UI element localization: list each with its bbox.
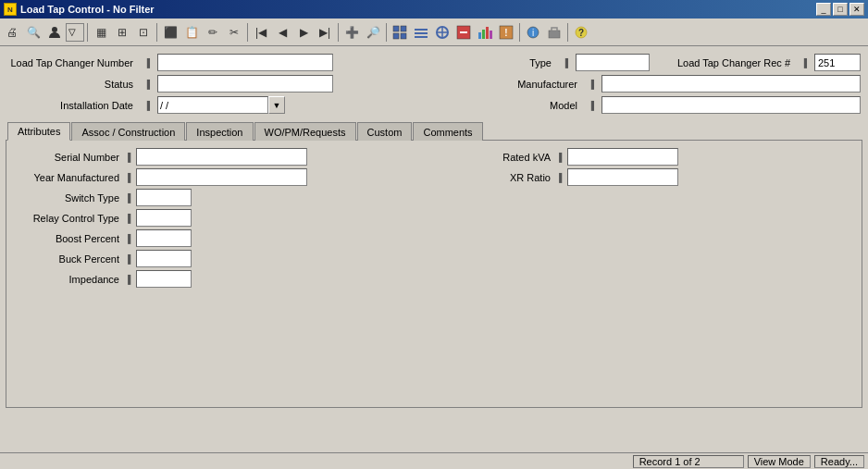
manufacturer-label: Manufacturer — [489, 79, 581, 90]
s6-button[interactable]: ! — [496, 22, 516, 43]
close-button[interactable]: ✕ — [849, 3, 864, 16]
svg-point-0 — [52, 27, 57, 32]
toolbar: 🖨 🔍 ▽ ▦ ⊞ ⊡ ⬛ 📋 ✏ ✂ |◀ ◀ ▶ ▶| ➕ 🔎 ! i ? — [0, 19, 868, 46]
boost-percent-input[interactable] — [136, 229, 192, 247]
s1-button[interactable] — [390, 22, 410, 43]
status-lock-icon: ▐ — [143, 78, 152, 91]
s8-button[interactable] — [544, 22, 564, 43]
sep1 — [87, 23, 88, 42]
minimize-button[interactable]: _ — [816, 3, 831, 16]
help-button[interactable]: ? — [571, 22, 591, 43]
xr-ratio-label: XR Ratio — [443, 172, 554, 183]
serial-number-input[interactable] — [136, 148, 307, 166]
nav-last-button[interactable]: ▶| — [315, 22, 335, 43]
scissors-button[interactable]: ✂ — [224, 22, 244, 43]
relay-control-type-label: Relay Control Type — [12, 213, 123, 224]
s4-button[interactable] — [453, 22, 474, 43]
buck-percent-lock-icon: ▐ — [125, 254, 134, 264]
svg-rect-6 — [415, 32, 428, 34]
filter-dropdown[interactable]: ▽ — [66, 23, 84, 42]
relay-control-type-lock-icon: ▐ — [125, 214, 134, 223]
type-input[interactable] — [576, 54, 650, 71]
xr-ratio-input[interactable] — [567, 168, 678, 186]
s5-button[interactable] — [475, 22, 495, 43]
print-button[interactable]: 🖨 — [2, 22, 22, 43]
nav-next-button[interactable]: ▶ — [293, 22, 314, 43]
ltc-number-input[interactable] — [157, 54, 333, 71]
svg-rect-7 — [415, 36, 428, 38]
tab-comments[interactable]: Comments — [413, 122, 482, 141]
sep5 — [386, 23, 387, 42]
ltc-rec-input[interactable] — [814, 54, 861, 71]
svg-rect-22 — [552, 28, 557, 31]
ltc-rec-lock-icon: ▐ — [800, 56, 809, 69]
rated-kva-label: Rated kVA — [443, 152, 554, 163]
view-mode-text: View Mode — [754, 456, 804, 467]
nav-first-button[interactable]: |◀ — [251, 22, 271, 43]
svg-rect-16 — [490, 31, 492, 39]
zoom-button[interactable]: 🔎 — [363, 22, 383, 43]
status-input[interactable] — [157, 75, 333, 93]
s7-button[interactable]: i — [523, 22, 543, 43]
tab-inspection[interactable]: Inspection — [186, 122, 253, 141]
s3-button[interactable] — [432, 22, 453, 43]
copy-button[interactable]: 📋 — [181, 22, 202, 43]
grid-button[interactable]: ▦ — [91, 22, 111, 43]
attr-row-year-manufactured: Year Manufactured ▐ — [12, 168, 425, 186]
status-bar: Record 1 of 2 View Mode Ready... — [0, 452, 868, 469]
preview-button[interactable]: 🔍 — [23, 22, 43, 43]
boost-percent-lock-icon: ▐ — [125, 234, 134, 243]
maximize-button[interactable]: □ — [833, 3, 848, 16]
attr-row-serial-number: Serial Number ▐ — [12, 148, 425, 166]
tool1-button[interactable]: ⊡ — [133, 22, 154, 43]
attributes-container: Serial Number ▐ Year Manufactured ▐ Swit… — [12, 148, 856, 290]
s2-button[interactable] — [411, 22, 431, 43]
view-mode-panel: View Mode — [748, 455, 811, 468]
impedance-input[interactable] — [136, 270, 192, 288]
impedance-label: Impedance — [12, 274, 123, 285]
model-label: Model — [489, 100, 581, 111]
nav-prev-button[interactable]: ◀ — [272, 22, 292, 43]
attr-row-switch-type: Switch Type ▐ — [12, 189, 425, 206]
switch-type-label: Switch Type — [12, 192, 123, 204]
rated-kva-lock-icon: ▐ — [556, 153, 565, 162]
edit-button[interactable]: ✏ — [203, 22, 223, 43]
main-content: Load Tap Changer Number ▐ Type ▐ Load Ta… — [0, 46, 868, 412]
nav-button[interactable]: ⊞ — [112, 22, 132, 43]
tab-attributes[interactable]: Attributes — [7, 122, 70, 141]
svg-text:i: i — [532, 28, 534, 38]
rated-kva-input[interactable] — [567, 148, 678, 166]
switch-type-input[interactable] — [136, 189, 192, 206]
buck-percent-input[interactable] — [136, 250, 192, 267]
ltc-number-label: Load Tap Changer Number — [7, 57, 137, 68]
install-date-input[interactable] — [157, 96, 268, 114]
svg-rect-13 — [478, 32, 481, 39]
sep3 — [247, 23, 248, 42]
sep4 — [338, 23, 339, 42]
svg-text:!: ! — [504, 28, 507, 38]
serial-number-label: Serial Number — [12, 152, 123, 163]
svg-rect-15 — [486, 27, 489, 39]
xr-ratio-lock-icon: ▐ — [556, 173, 565, 182]
app-icon: N — [4, 3, 17, 16]
attr-row-buck-percent: Buck Percent ▐ — [12, 250, 425, 267]
row-status: Status ▐ Manufacturer ▐ — [7, 75, 861, 93]
tab-assoc-construction[interactable]: Assoc / Construction — [71, 122, 185, 141]
date-dropdown-button[interactable]: ▼ — [268, 96, 285, 114]
install-date-label: Installation Date — [7, 100, 137, 111]
year-manufactured-input[interactable] — [136, 168, 307, 186]
svg-rect-1 — [393, 26, 399, 31]
model-input[interactable] — [601, 96, 861, 114]
people-button[interactable] — [44, 22, 65, 43]
row-ltc-number: Load Tap Changer Number ▐ Type ▐ Load Ta… — [7, 54, 861, 71]
tab-wo-pm-requests[interactable]: WO/PM/Requests — [254, 122, 356, 141]
add-button[interactable]: ➕ — [341, 22, 362, 43]
svg-rect-4 — [401, 33, 406, 39]
attr-row-impedance: Impedance ▐ — [12, 270, 425, 288]
relay-control-type-input[interactable] — [136, 209, 192, 227]
stop-button[interactable]: ⬛ — [160, 22, 180, 43]
manufacturer-input[interactable] — [601, 75, 861, 93]
model-lock-icon: ▐ — [587, 99, 596, 112]
record-text: Record 1 of 2 — [639, 456, 701, 467]
tab-custom[interactable]: Custom — [357, 122, 413, 141]
